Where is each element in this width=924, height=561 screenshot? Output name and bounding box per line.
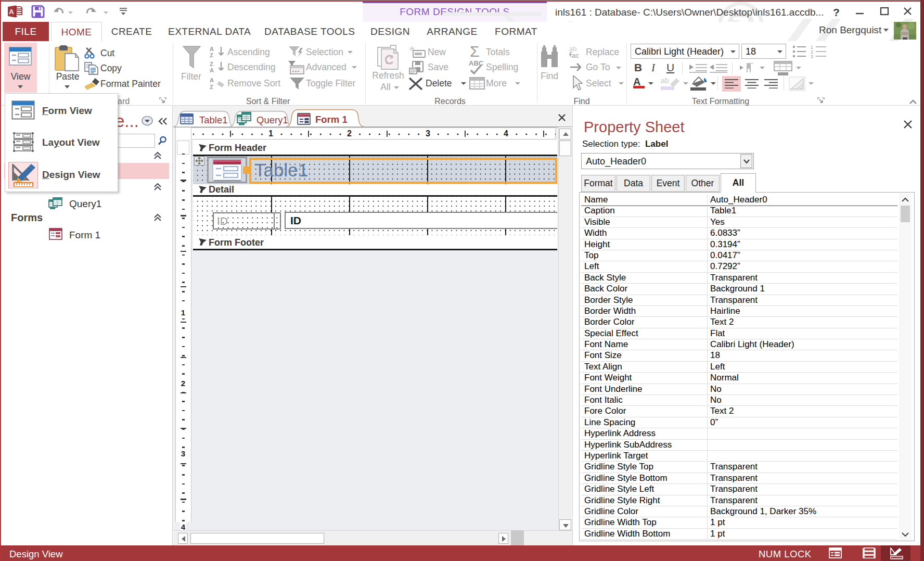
svg-text:A: A bbox=[210, 46, 214, 52]
svg-text:Σ: Σ bbox=[470, 44, 480, 58]
svg-text:3: 3 bbox=[811, 54, 813, 58]
svg-text:Z: Z bbox=[210, 52, 213, 58]
svg-text:A: A bbox=[210, 77, 214, 83]
svg-text:Z: Z bbox=[210, 61, 213, 67]
svg-text:Z: Z bbox=[210, 84, 213, 90]
svg-text:ac: ac bbox=[572, 52, 579, 58]
svg-text:A: A bbox=[9, 8, 14, 16]
svg-text:ab: ab bbox=[661, 77, 669, 85]
svg-text:A: A bbox=[210, 67, 214, 73]
